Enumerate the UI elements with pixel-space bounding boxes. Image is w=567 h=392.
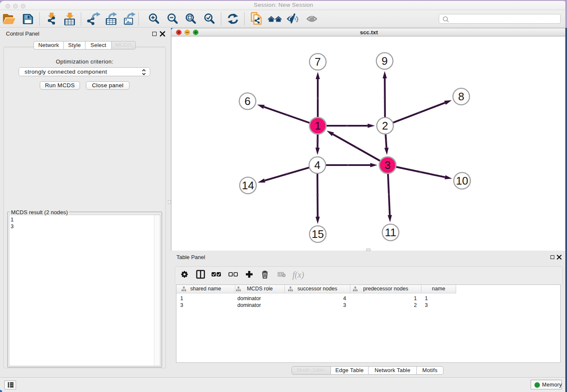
- svg-text:9: 9: [382, 55, 388, 67]
- svg-text:2: 2: [382, 119, 388, 132]
- svg-text:10: 10: [456, 174, 468, 187]
- svg-text:6: 6: [245, 95, 250, 108]
- svg-text:4: 4: [314, 159, 320, 171]
- svg-text:3: 3: [385, 159, 391, 171]
- svg-text:11: 11: [385, 226, 396, 239]
- svg-text:8: 8: [458, 90, 464, 103]
- svg-text:14: 14: [242, 179, 254, 192]
- svg-text:1: 1: [315, 119, 321, 132]
- svg-text:15: 15: [312, 228, 324, 240]
- svg-text:f(x): f(x): [292, 270, 304, 280]
- svg-text:7: 7: [315, 55, 321, 68]
